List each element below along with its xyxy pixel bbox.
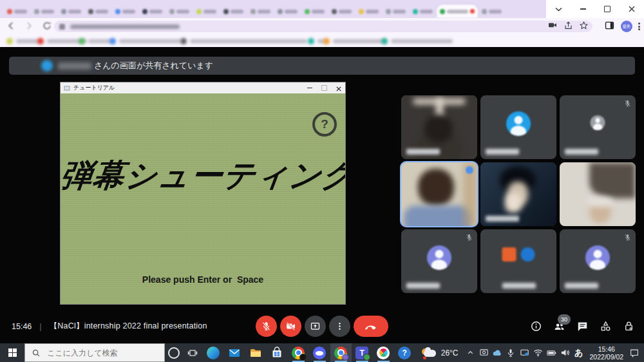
taskbar-app-teams[interactable]: T <box>352 343 373 362</box>
game-window-icon <box>64 85 70 91</box>
action-center-button[interactable] <box>625 343 644 362</box>
participant-tile[interactable] <box>560 229 636 293</box>
windows-taskbar: T? 26°C <box>0 343 644 362</box>
browser-tab[interactable] <box>4 5 30 18</box>
tab-favicon <box>169 9 175 14</box>
tab-favicon <box>196 9 202 14</box>
wifi-icon[interactable] <box>533 346 544 360</box>
camera-off-button[interactable] <box>280 316 301 337</box>
search-input[interactable] <box>46 348 164 358</box>
participant-tile[interactable] <box>401 229 477 293</box>
browser-menu-icon[interactable] <box>638 22 640 32</box>
bookmark-item[interactable] <box>6 37 42 44</box>
browser-tab[interactable] <box>478 5 505 18</box>
start-button[interactable] <box>0 343 24 362</box>
volume-icon[interactable] <box>560 346 571 360</box>
browser-tab[interactable] <box>193 5 220 18</box>
participant-tile[interactable] <box>480 95 556 159</box>
reload-icon[interactable] <box>41 20 53 32</box>
side-panel-icon[interactable] <box>604 20 615 33</box>
camera-in-use-icon[interactable] <box>547 20 558 33</box>
browser-tab[interactable] <box>58 5 84 18</box>
people-icon[interactable]: 30 <box>553 320 565 333</box>
taskbar-app-chrome-profile-2[interactable] <box>330 343 352 362</box>
taskbar-app-slack[interactable] <box>373 343 394 362</box>
taskbar-clock[interactable]: 15:46 2022/09/02 <box>590 343 624 362</box>
tab-favicon <box>413 9 418 14</box>
taskbar-search-box[interactable] <box>24 343 165 362</box>
bookmark-item[interactable] <box>109 37 181 44</box>
tab-favicon <box>359 9 364 14</box>
browser-tab[interactable] <box>410 5 436 18</box>
browser-tab[interactable] <box>31 5 57 18</box>
help-icon[interactable]: ? <box>312 112 337 137</box>
bookmark-item[interactable] <box>323 37 386 44</box>
browser-tab[interactable] <box>301 5 328 18</box>
hidden-icons-chevron[interactable] <box>465 346 476 360</box>
microphone-tray-icon[interactable] <box>506 346 516 360</box>
onedrive-cloud-icon[interactable] <box>492 346 503 360</box>
battery-icon[interactable] <box>546 346 557 360</box>
microsoft-store-icon <box>270 347 283 359</box>
tab-favicon <box>278 9 283 14</box>
taskbar-app-discord[interactable] <box>309 343 330 362</box>
taskbar-app-get-help[interactable]: ? <box>394 343 415 362</box>
browser-tab[interactable] <box>328 5 355 18</box>
browser-tab[interactable] <box>166 5 193 18</box>
mic-off-button[interactable] <box>256 316 277 337</box>
site-info-icon[interactable] <box>59 24 65 30</box>
participant-tile[interactable] <box>401 162 477 226</box>
browser-tab[interactable] <box>220 5 247 18</box>
active-browser-tab[interactable] <box>437 5 478 18</box>
game-minimize-icon[interactable] <box>307 88 312 89</box>
minimize-icon[interactable] <box>573 2 592 16</box>
taskbar-app-microsoft-store[interactable] <box>267 343 288 362</box>
more-options-button[interactable] <box>329 316 350 337</box>
bookmark-item[interactable] <box>381 37 453 44</box>
tab-title-blurred <box>122 10 135 14</box>
chat-icon[interactable] <box>576 320 589 333</box>
taskbar-app-mail[interactable] <box>224 343 245 362</box>
participant-tile[interactable] <box>401 95 477 159</box>
browser-tab[interactable] <box>247 5 274 18</box>
game-close-icon[interactable] <box>336 82 341 94</box>
task-view-button[interactable] <box>183 343 201 362</box>
taskbar-app-file-explorer[interactable] <box>245 343 267 362</box>
screen-share-tray-icon[interactable] <box>519 346 530 360</box>
browser-tab[interactable] <box>85 5 111 18</box>
browser-tab[interactable] <box>139 5 166 18</box>
bookmark-star-icon[interactable] <box>579 21 589 33</box>
taskbar-app-chrome-profile-1[interactable] <box>288 343 309 362</box>
weather-widget[interactable]: 26°C <box>421 343 459 362</box>
participant-tile[interactable] <box>480 229 556 293</box>
taskbar-app-edge[interactable] <box>203 343 224 362</box>
game-maximize-icon[interactable] <box>321 85 327 91</box>
tab-title-blurred <box>489 10 502 14</box>
browser-tab[interactable] <box>383 5 409 18</box>
host-controls-icon[interactable] <box>622 320 635 333</box>
participant-tile[interactable] <box>480 162 556 226</box>
participant-tile[interactable] <box>560 162 636 226</box>
present-screen-button[interactable] <box>305 316 326 337</box>
share-icon[interactable] <box>564 21 573 33</box>
capture-app-icon[interactable] <box>478 346 489 360</box>
leave-call-button[interactable] <box>354 316 388 337</box>
participant-tile[interactable] <box>560 95 636 159</box>
activities-icon[interactable] <box>599 320 612 333</box>
forward-icon[interactable] <box>23 20 35 32</box>
back-icon[interactable] <box>5 20 17 32</box>
browser-tab[interactable] <box>355 5 382 18</box>
bookmark-item[interactable] <box>180 37 307 44</box>
bookmark-item[interactable] <box>79 37 114 44</box>
ime-indicator[interactable]: あ <box>573 347 585 359</box>
tab-search-chevron-icon[interactable] <box>549 2 568 16</box>
recording-dot-icon <box>470 9 475 14</box>
restore-icon[interactable] <box>598 2 617 16</box>
address-bar[interactable] <box>54 21 592 32</box>
browser-tab[interactable] <box>274 5 301 18</box>
meeting-details-icon[interactable] <box>529 320 542 333</box>
profile-avatar[interactable]: 愛美 <box>621 21 632 32</box>
browser-tab[interactable] <box>112 5 138 18</box>
cortana-button[interactable] <box>165 343 183 362</box>
close-icon[interactable] <box>622 2 641 16</box>
